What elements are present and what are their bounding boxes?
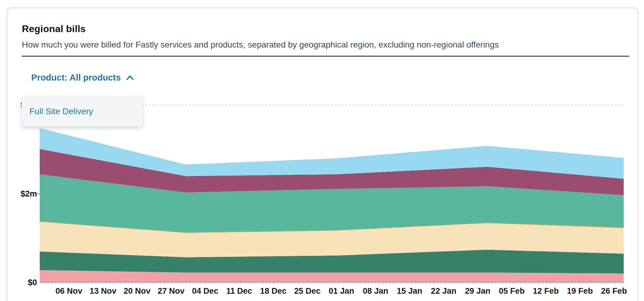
page: Regional bills How much you were billed … (0, 0, 644, 301)
product-filter-label: Product: All products (31, 73, 121, 83)
chevron-up-icon (126, 75, 134, 80)
card-subtitle: How much you were billed for Fastly serv… (22, 40, 629, 50)
product-dropdown-menu: Full Site Delivery (22, 96, 143, 127)
menu-item-full-site-delivery[interactable]: Full Site Delivery (22, 96, 143, 127)
card-header: Regional bills How much you were billed … (7, 8, 638, 57)
regional-bills-card: Regional bills How much you were billed … (7, 8, 638, 301)
page-title: Regional bills (22, 23, 629, 35)
header-divider (22, 56, 629, 57)
product-filter-button[interactable]: Product: All products (31, 73, 134, 83)
